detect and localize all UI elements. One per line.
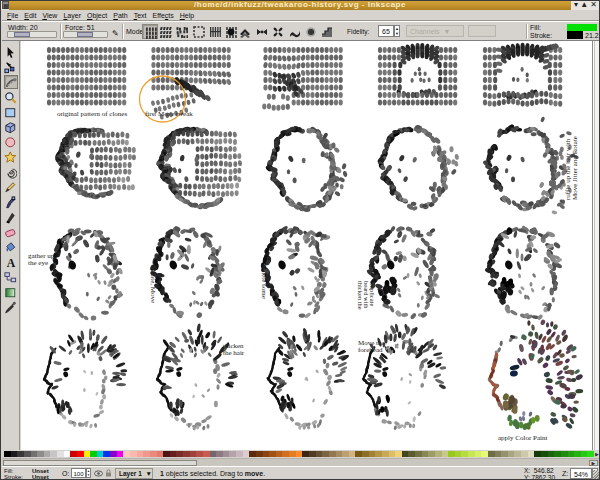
svg-text:original pattern of clones: original pattern of clones (57, 110, 127, 118)
svg-text:thicken the: thicken the (357, 281, 364, 310)
svg-text:Delete some: Delete some (260, 264, 268, 299)
svg-text:the hair: the hair (223, 349, 245, 357)
svg-text:first Move tweak: first Move tweak (145, 110, 193, 118)
svg-text:Duplicate: Duplicate (369, 281, 376, 306)
svg-text:beard with: beard with (363, 281, 370, 309)
svg-text:the eye: the eye (28, 259, 48, 267)
svg-text:A: A (7, 257, 16, 269)
svg-text:apply Color Paint: apply Color Paint (498, 434, 547, 442)
svg-text:Move Jitter and Rotate: Move Jitter and Rotate (571, 136, 579, 200)
svg-text:Rotate, Move: Rotate, Move (149, 265, 157, 303)
svg-text:forehead: forehead (358, 346, 383, 354)
